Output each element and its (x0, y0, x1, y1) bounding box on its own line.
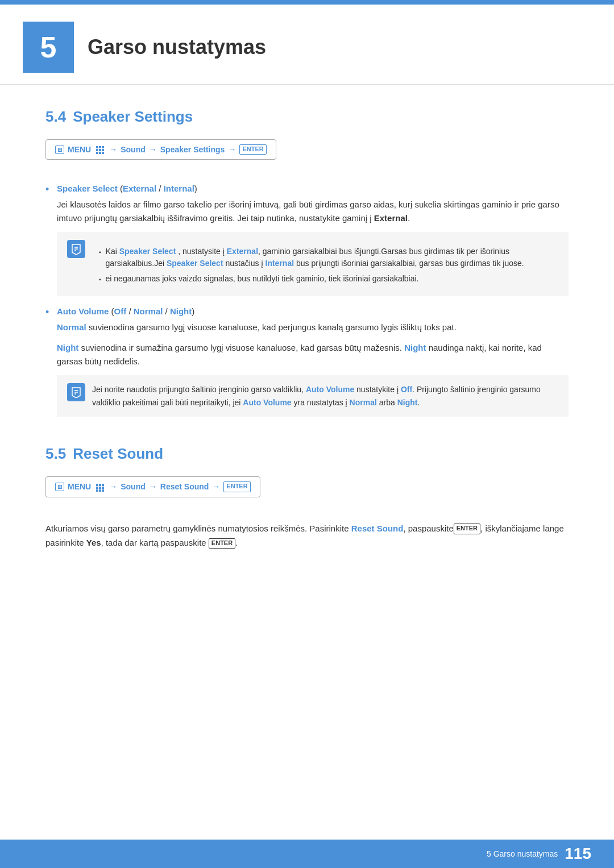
arrow-2-5-4: → (149, 145, 157, 154)
bullet-speaker-select: Speaker Select (External / Internal) Jei… (45, 184, 569, 296)
footer-page-number: 115 (565, 845, 591, 863)
enter-label-5-4: ENTER (239, 144, 266, 155)
note-auto-volume: Jei norite naudotis prijungto šaltinio į… (57, 375, 569, 417)
top-accent-bar (0, 0, 614, 5)
menu-icon-5-5: ⊞ (55, 483, 64, 491)
auto-volume-kw: Auto Volume (57, 306, 109, 316)
section-5-4-number: 5.4 (45, 108, 66, 126)
reset-sound-content: Atkuriamos visų garso parametrų gamyklin… (45, 521, 569, 550)
section-5-5: 5.5 Reset Sound ⊞ MENU → Sound → Reset S… (45, 445, 569, 550)
section-5-4: 5.4 Speaker Settings ⊞ MENU → Sound → Sp… (45, 108, 569, 417)
sub-bullet-1: ▪ Kai Speaker Select , nustatysite į Ext… (99, 246, 558, 269)
sound-label-5-4: Sound (121, 145, 146, 154)
sub-bullet-marker-2: ▪ (99, 275, 101, 285)
arrow-1-5-5: → (109, 482, 117, 491)
auto-volume-content-2: Night suvienodina ir sumažina garsumo ly… (57, 341, 569, 368)
bullet-auto-volume-label: Auto Volume (Off / Normal / Night) (57, 306, 569, 316)
sub-bullet-2: ▪ ei negaunamas joks vaizdo signalas, bu… (99, 273, 558, 285)
grid-icon-5-5 (94, 482, 106, 491)
auto-volume-content-1: Normal suvienodina garsumo lygį visuose … (57, 321, 569, 334)
arrow-2-5-5: → (149, 482, 157, 491)
section-5-5-number: 5.5 (45, 445, 66, 463)
section-5-5-title: Reset Sound (73, 445, 163, 463)
menu-icon-5-4: ⊞ (55, 146, 64, 154)
note-speaker-select: ▪ Kai Speaker Select , nustatysite į Ext… (57, 232, 569, 296)
menu-path-5-5: ⊞ MENU → Sound → Reset Sound → ENTER (45, 476, 260, 497)
sound-label-5-5: Sound (121, 482, 146, 491)
speaker-select-content: Jei klausotės laidos ar filmo garso take… (57, 198, 569, 225)
arrow-1-5-4: → (109, 145, 117, 154)
grid-icon-5-4 (94, 145, 106, 154)
sub-bullet-text-1: Kai Speaker Select , nustatysite į Exter… (106, 246, 558, 269)
sub-bullet-text-2: ei negaunamas joks vaizdo signalas, bus … (106, 273, 419, 285)
sub-bullets-speaker: ▪ Kai Speaker Select , nustatysite į Ext… (99, 246, 558, 285)
note-icon-2 (67, 383, 85, 401)
arrow-3-5-5: → (212, 482, 220, 491)
speaker-select-kw: Speaker Select (57, 184, 118, 193)
note-speaker-select-content: ▪ Kai Speaker Select , nustatysite į Ext… (92, 240, 558, 288)
bullet-speaker-select-label: Speaker Select (External / Internal) (57, 184, 569, 193)
note-icon-1 (67, 240, 85, 258)
footer-chapter-label: 5 Garso nustatymas (487, 849, 558, 858)
chapter-number: 5 (23, 22, 74, 73)
section-5-4-title: Speaker Settings (73, 108, 193, 126)
chapter-title: Garso nustatymas (88, 35, 266, 59)
chapter-header: 5 Garso nustatymas (0, 5, 614, 85)
main-content: 5.4 Speaker Settings ⊞ MENU → Sound → Sp… (0, 108, 614, 618)
menu-label-5-5: MENU (68, 482, 91, 491)
menu-label-5-4: MENU (68, 145, 91, 154)
arrow-3-5-4: → (228, 145, 236, 154)
section-5-5-heading: 5.5 Reset Sound (45, 445, 569, 463)
menu-path-5-4: ⊞ MENU → Sound → Speaker Settings → ENTE… (45, 139, 276, 160)
note-auto-volume-content: Jei norite naudotis prijungto šaltinio į… (92, 383, 558, 409)
page-footer: 5 Garso nustatymas 115 (0, 840, 614, 868)
submenu-label-5-5: Reset Sound (160, 482, 209, 491)
enter-label-5-5: ENTER (223, 481, 250, 492)
sub-bullet-marker-1: ▪ (99, 248, 101, 269)
bullet-auto-volume: Auto Volume (Off / Normal / Night) Norma… (45, 306, 569, 417)
submenu-label-5-4: Speaker Settings (160, 145, 225, 154)
section-5-4-heading: 5.4 Speaker Settings (45, 108, 569, 126)
